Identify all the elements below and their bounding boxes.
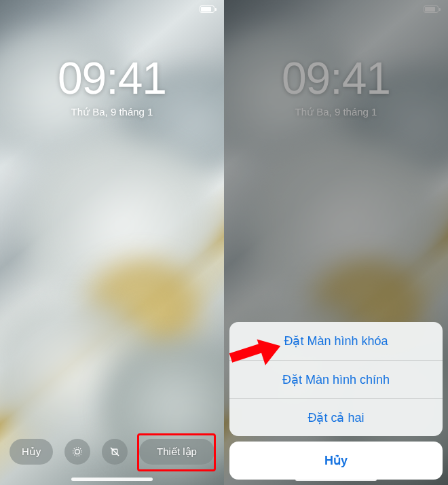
set-lock-screen-option[interactable]: Đặt Màn hình khóa [229, 322, 443, 360]
set-label: Thiết lập [157, 446, 197, 458]
home-indicator[interactable] [295, 478, 377, 481]
perspective-zoom-icon [109, 446, 121, 458]
live-photo-button[interactable] [64, 439, 90, 465]
lock-date: Thứ Ba, 9 tháng 1 [0, 106, 224, 118]
home-indicator[interactable] [71, 478, 153, 481]
option-label: Đặt Màn hình chính [282, 372, 390, 387]
wallpaper-toolbar: Hủy Thiết lập [0, 439, 224, 465]
perspective-zoom-button[interactable] [102, 439, 128, 465]
set-both-option[interactable]: Đặt cả hai [229, 398, 443, 436]
action-sheet: Đặt Màn hình khóa Đặt Màn hình chính Đặt… [229, 322, 443, 480]
battery-icon [200, 5, 214, 13]
right-screen: 09:41 Thứ Ba, 9 tháng 1 Đặt Màn hình khó… [224, 0, 448, 485]
set-home-screen-option[interactable]: Đặt Màn hình chính [229, 360, 443, 398]
status-bar [200, 5, 214, 13]
live-photo-icon [71, 446, 83, 458]
cancel-button[interactable]: Hủy [10, 439, 53, 465]
cancel-label: Hủy [22, 446, 41, 458]
lock-time: 09:41 [0, 56, 224, 101]
svg-point-1 [73, 448, 82, 456]
left-screen: 09:41 Thứ Ba, 9 tháng 1 Hủy Thiết lập [0, 0, 224, 485]
svg-point-0 [75, 450, 80, 454]
cancel-label: Hủy [324, 453, 348, 468]
option-label: Đặt cả hai [307, 410, 364, 425]
option-label: Đặt Màn hình khóa [284, 334, 388, 348]
set-button[interactable]: Thiết lập [139, 439, 214, 465]
sheet-cancel-button[interactable]: Hủy [229, 442, 443, 480]
